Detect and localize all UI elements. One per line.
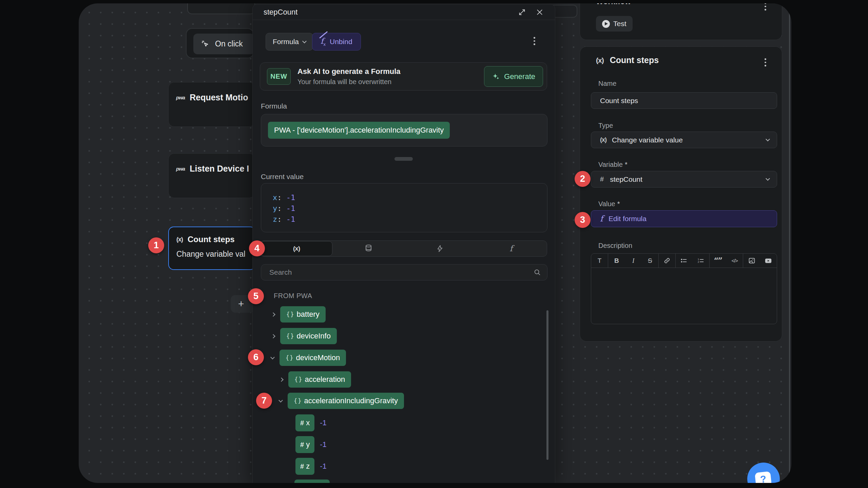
count-steps-node-title: Count steps xyxy=(188,235,235,244)
variable-icon: (x) xyxy=(600,136,606,143)
annotation-badge-2: 2 xyxy=(575,171,591,187)
tree-item-acceleration[interactable]: {} acceleration xyxy=(280,371,351,388)
popup-menu-button[interactable] xyxy=(532,35,537,47)
annotation-badge-6: 6 xyxy=(248,349,264,365)
annotation-badge-4: 4 xyxy=(249,240,265,256)
resize-handle[interactable] xyxy=(394,157,413,161)
tree-item-y[interactable]: # y -1 xyxy=(295,436,327,453)
trigger-node-container[interactable]: On click xyxy=(186,28,254,58)
workflow-menu-button[interactable] xyxy=(763,3,768,13)
type-select[interactable]: (x) Change variable value xyxy=(591,132,777,148)
formula-field[interactable]: PWA - ['deviceMotion'].accelerationInclu… xyxy=(261,114,547,147)
on-click-label: On click xyxy=(215,39,243,48)
tab-formulas[interactable]: f xyxy=(476,241,547,256)
italic-button[interactable]: I xyxy=(625,254,642,268)
svg-text:1: 1 xyxy=(698,258,699,260)
popup-title: stepCount xyxy=(264,8,510,17)
bullet-list-button[interactable] xyxy=(676,254,692,268)
value-label: Value* xyxy=(598,200,620,208)
video-icon xyxy=(765,257,772,265)
database-icon xyxy=(365,244,372,253)
tree-item-z[interactable]: # z -1 xyxy=(295,458,327,475)
panel-edge-line xyxy=(789,3,790,483)
count-steps-node-selected[interactable]: (x) Count steps Change variable val xyxy=(168,227,256,270)
edit-formula-button[interactable]: f Edit formula xyxy=(591,210,777,227)
name-label: Name xyxy=(598,80,616,87)
source-tabs: (x) f xyxy=(260,240,547,257)
tab-events[interactable] xyxy=(404,241,476,256)
tree-item-accelerationincludinggravity[interactable]: {} accelerationIncludingGravity xyxy=(279,393,404,409)
link-button[interactable] xyxy=(659,254,676,268)
code-button[interactable]: </> xyxy=(726,254,743,268)
variable-select[interactable]: # stepCount xyxy=(591,171,777,188)
formula-f-icon: f xyxy=(600,214,603,223)
annotation-badge-3: 3 xyxy=(575,212,591,228)
chevron-right-icon[interactable] xyxy=(279,377,284,382)
text-style-button[interactable]: T xyxy=(591,254,608,268)
on-click-trigger-node[interactable]: On click xyxy=(193,34,254,54)
image-button[interactable] xyxy=(743,254,760,268)
tree-item-x[interactable]: # x -1 xyxy=(295,414,327,431)
help-icon: ? xyxy=(755,471,772,483)
required-asterisk: * xyxy=(617,200,620,208)
ordered-list-button[interactable]: 1 2 xyxy=(693,254,710,268)
binding-type-dropdown[interactable]: Formula xyxy=(266,33,313,51)
search-field[interactable] xyxy=(261,264,547,280)
click-icon xyxy=(201,40,210,48)
variable-value: stepCount xyxy=(610,175,766,183)
edit-formula-label: Edit formula xyxy=(609,215,647,223)
hash-icon: # xyxy=(600,175,604,183)
test-workflow-button[interactable]: Test xyxy=(596,16,633,32)
step-settings-card: (x) Count steps Name Type (x) Change var… xyxy=(580,46,782,341)
tree-item-partial[interactable] xyxy=(294,480,330,483)
chevron-down-icon[interactable] xyxy=(270,355,275,359)
close-button[interactable] xyxy=(534,6,545,18)
close-icon xyxy=(536,9,543,16)
tree-item-devicemotion[interactable]: {} deviceMotion xyxy=(271,350,346,366)
tree-item-battery[interactable]: {} battery xyxy=(272,306,326,323)
current-value-label: Current value xyxy=(261,173,304,181)
play-icon xyxy=(602,20,610,28)
canvas-node-partial-top[interactable] xyxy=(187,3,255,14)
expand-button[interactable] xyxy=(516,6,528,18)
name-input[interactable] xyxy=(600,97,769,105)
video-button[interactable] xyxy=(760,254,777,268)
tree-scrollbar[interactable] xyxy=(546,310,548,460)
bullet-list-icon xyxy=(680,257,688,264)
tab-collections[interactable] xyxy=(333,241,404,256)
bold-button[interactable]: B xyxy=(608,254,625,268)
tree-group-label: FROM PWA xyxy=(274,292,312,300)
description-input[interactable] xyxy=(591,268,777,324)
formula-token[interactable]: PWA - ['deviceMotion'].accelerationInclu… xyxy=(268,122,450,139)
chevron-right-icon[interactable] xyxy=(271,312,275,317)
unbind-button[interactable]: fx Unbind xyxy=(312,33,361,51)
description-editor: T B I S xyxy=(591,253,777,324)
tab-variables[interactable]: (x) xyxy=(261,241,332,256)
listen-device-node[interactable]: pwa Listen Device I xyxy=(168,153,255,198)
help-button[interactable]: ? xyxy=(747,463,780,483)
request-motion-node[interactable]: pwa Request Motio xyxy=(168,82,255,127)
expand-icon xyxy=(518,8,526,16)
settings-card-title: Count steps xyxy=(610,55,659,65)
chevron-down-icon[interactable] xyxy=(278,398,283,403)
strikethrough-button[interactable]: S xyxy=(642,254,659,268)
workflow-card: Workflow Test xyxy=(580,3,782,40)
current-value-line: y: -1 xyxy=(273,203,547,214)
lightning-icon xyxy=(436,245,444,253)
name-field[interactable] xyxy=(591,92,777,109)
quote-button[interactable]: “” xyxy=(710,254,726,268)
tree-item-deviceinfo[interactable]: {} deviceInfo xyxy=(272,328,337,344)
sparkle-icon xyxy=(492,73,500,81)
request-motion-label: Request Motio xyxy=(190,93,248,102)
plus-icon: + xyxy=(238,298,244,310)
tree-item-value: -1 xyxy=(320,462,327,471)
svg-text:2: 2 xyxy=(698,261,699,263)
settings-card-header: (x) Count steps xyxy=(596,55,659,65)
generate-button[interactable]: Generate xyxy=(484,66,543,87)
chevron-down-icon xyxy=(766,176,770,181)
listen-device-label: Listen Device I xyxy=(190,164,249,174)
formula-label: Formula xyxy=(261,102,287,110)
chevron-right-icon[interactable] xyxy=(271,334,275,338)
search-input[interactable] xyxy=(269,268,534,276)
step-menu-button[interactable] xyxy=(763,56,768,69)
